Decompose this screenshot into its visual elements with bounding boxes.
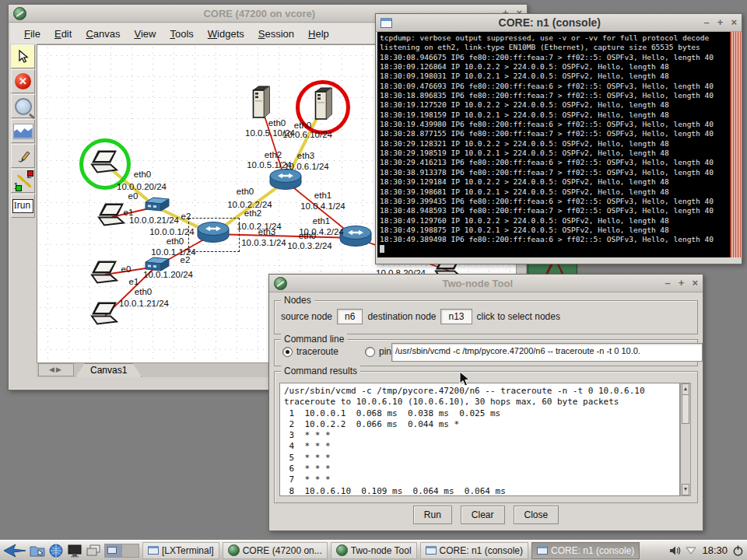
run-tool-button[interactable]: Irun [11,194,35,218]
interface-label: e2 [181,255,191,264]
minimize-icon[interactable]: – [665,278,671,289]
interface-label: 10.0.1.20/24 [143,270,193,279]
stop-session-button[interactable]: ✕ [11,69,35,93]
interface-label: eth3 [297,151,314,160]
taskbar-task-core-47200-on-[interactable]: CORE (47200 on... [223,542,328,559]
menu-canvas[interactable]: Canvas [79,26,126,42]
twonode-dialog: Two-node Tool – + × Nodes source node n6… [268,274,703,531]
interface-label: eth3 [258,227,275,236]
command-frame-legend: Command line [281,334,347,345]
menu-edit[interactable]: Edit [48,26,78,42]
pager-icon[interactable] [104,544,139,558]
network-triangle-icon[interactable] [685,544,697,558]
terminal-icon [148,546,159,555]
browser-globe-icon[interactable] [48,544,64,558]
task-buttons: [LXTerminal]CORE (47200 on...Two-node To… [142,542,666,559]
terminal-icon [537,546,548,555]
interface-label: eth0 [135,287,152,296]
command-line-frame: Command line traceroute ping /usr/sbin/v… [274,339,698,366]
maximize-icon[interactable]: + [717,17,724,28]
taskbar: [LXTerminal]CORE (47200 on...Two-node To… [0,540,747,560]
console-frame [376,257,742,264]
router-node[interactable] [268,168,303,194]
twonode-icon: 1 2 [14,172,33,191]
laptop-node[interactable] [88,261,122,289]
console-titlebar[interactable]: CORE: n1 (console) – + × [376,14,742,32]
results-output[interactable]: /usr/sbin/vcmd -c /tmp/pycore.47200/n6 -… [279,383,680,496]
interface-label: eth1 [314,191,331,200]
interface-label: 10.0.3.1/24 [241,238,286,247]
console-window-title: CORE: n1 (console) [395,16,704,29]
run-text-icon: Irun [12,199,33,213]
interface-label: e1 [129,277,139,286]
core-logo-icon [336,544,348,556]
marker-tool-button[interactable] [11,144,35,168]
terminal-scrollbar[interactable] [730,32,741,257]
ping-radio[interactable] [365,347,375,357]
observe-tool-button[interactable] [11,94,35,118]
taskbar-task-core-n1-console-[interactable]: CORE: n1 (console) [531,542,640,559]
laptop-node[interactable] [88,302,122,331]
file-manager-icon[interactable] [30,544,45,558]
menu-view[interactable]: View [128,26,162,42]
taskbar-task--lxterminal-[interactable]: [LXTerminal] [142,542,219,559]
destination-node-field[interactable]: n13 [440,309,472,324]
menu-widgets[interactable]: Widgets [202,26,251,42]
terminal-icon [426,546,437,555]
switch-node[interactable] [141,196,170,218]
power-icon[interactable] [732,544,744,558]
source-node-field[interactable]: n6 [337,309,363,324]
interface-label: 10.0.0.1/24 [149,227,195,236]
destination-node-label: destination node [367,311,436,322]
results-frame-legend: Command results [281,366,360,376]
traceroute-radio-label[interactable]: traceroute [296,346,338,357]
select-arrow-icon [17,50,30,64]
clear-button[interactable]: Clear [461,506,505,524]
close-icon[interactable]: × [692,278,698,289]
terminal-output[interactable]: tcpdump: verbose output suppressed, use … [377,32,730,257]
terminal-icon [381,18,392,28]
menu-help[interactable]: Help [302,26,335,42]
desktop: CORE (47200 on vcore) – + × FileEditCanv… [0,0,747,560]
interface-label: eth2 [244,208,261,218]
minimize-icon[interactable]: – [704,17,710,28]
select-nodes-hint: click to select nodes [477,311,560,322]
volume-icon[interactable] [669,544,682,558]
tab-arrows-icon[interactable]: ◀▶ [38,363,74,376]
interface-label: 10.0.3.2/24 [287,241,332,250]
magnifier-icon [15,98,32,115]
monitor-icon[interactable] [67,544,82,558]
run-button[interactable]: Run [413,506,452,524]
twonode-tool-button[interactable]: 1 2 [11,169,35,193]
close-button[interactable]: Close [514,506,559,524]
interface-label: eth1 [313,216,330,226]
scroll-up-icon[interactable]: ▲ [682,383,689,395]
dialog-titlebar[interactable]: Two-node Tool – + × [269,275,703,292]
scroll-down-icon[interactable]: ▼ [682,484,689,495]
core-logo-icon [13,7,26,20]
marker-pen-icon [16,149,31,164]
results-scrollbar[interactable]: ▲ ▼ [680,383,691,496]
interface-label: 10.0.0.21/24 [129,215,179,225]
taskbar-task-core-n1-console-[interactable]: CORE: n1 (console) [420,542,528,559]
traceroute-radio[interactable] [282,347,293,357]
dialog-title: Two-node Tool [290,278,665,289]
maximize-icon[interactable]: + [679,278,685,289]
server-node[interactable] [251,86,272,123]
menu-file[interactable]: File [18,26,47,42]
windows-icon[interactable] [86,544,101,558]
console-window: CORE: n1 (console) – + × tcpdump: verbos… [375,13,742,264]
menu-tools[interactable]: Tools [163,26,199,42]
plot-tool-button[interactable] [11,119,35,143]
tab-canvas1[interactable]: Canvas1 [75,363,142,377]
command-input[interactable]: /usr/sbin/vcmd -c /tmp/pycore.47200/n6 -… [391,343,703,362]
taskbar-task-two-node-tool[interactable]: Two-node Tool [331,542,417,559]
menu-session[interactable]: Session [252,26,300,42]
interface-label: eth0 [268,118,286,128]
taskbar-clock[interactable]: 18:30 [700,544,729,556]
select-tool-button[interactable] [11,44,35,68]
interface-label: e2 [181,212,191,221]
menu-arrow-icon[interactable] [3,544,26,558]
close-icon[interactable]: × [731,17,737,28]
interface-label: eth0 [237,187,254,196]
